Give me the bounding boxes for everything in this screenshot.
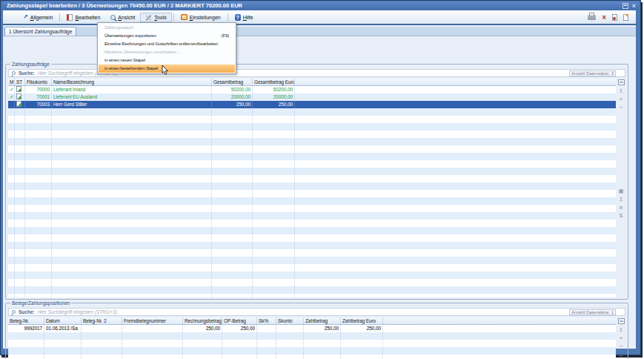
menubar-item-ansicht[interactable]: Ansicht [105, 13, 140, 22]
table-cell [212, 197, 253, 205]
plus-icon[interactable]: + [617, 96, 625, 103]
doc-new-icon[interactable] [623, 14, 628, 21]
minus-icon[interactable]: − [617, 343, 625, 350]
table-cell [8, 168, 15, 175]
column-header-beleg-nr-2[interactable]: Beleg-Nr. 2 [82, 317, 122, 324]
column-header-name-bezeichnung[interactable]: Name/Bezeichnung [52, 79, 212, 85]
scroll-top-icon[interactable]: ↥ [617, 327, 625, 334]
close-icon[interactable] [632, 3, 636, 9]
table-row[interactable]: 999201701.06.2013 /Sa250,00250,00250,002… [8, 325, 616, 332]
tab-uebersicht-zahlungsauftraege[interactable]: 1 Übersicht Zahlungsaufträge [4, 27, 76, 36]
positions-group: Belege/Zahlungspositionen Suche: Hier Su… [5, 303, 628, 359]
column-header-rechnungsbetrag[interactable]: Rechnungsbetrag [183, 317, 222, 324]
table-cell [253, 294, 295, 297]
table-cell [183, 340, 222, 347]
table-cell: 9992017 [8, 325, 44, 332]
table-cell-filler [295, 271, 616, 279]
sum-icon[interactable]: Σ [617, 197, 625, 203]
restore-icon[interactable] [623, 3, 628, 9]
table-cell [52, 279, 212, 286]
list-icon[interactable]: ≡ [617, 205, 625, 211]
table-cell [15, 220, 25, 227]
table-cell [82, 347, 122, 355]
table-cell-filler [295, 212, 616, 220]
table-empty-row [8, 175, 616, 182]
table-cell [212, 257, 253, 264]
column-header-beleg-nr[interactable]: Beleg-Nr. [8, 317, 44, 324]
table-cell [15, 145, 25, 153]
table-cell [8, 347, 44, 355]
menubar-item-hilfe[interactable]: Hilfe [230, 13, 259, 22]
table-cell [253, 249, 295, 257]
table-row[interactable]: 70003Herr Gerd Stiller250,00250,00 [8, 101, 616, 108]
table-cell [25, 175, 52, 182]
positions-search-input[interactable]: Suche: Hier Suchbegriff eingeben (STRG+S… [8, 308, 625, 316]
menubar-item-allgemein[interactable]: ↗Allgemein [18, 13, 58, 22]
table-cell [52, 123, 212, 131]
table-cell [25, 271, 52, 279]
table-cell [82, 355, 122, 359]
table-cell [257, 347, 276, 355]
column-header-zahlbetrag-euro[interactable]: Zahlbetrag Euro [341, 317, 383, 324]
column-chooser-icon[interactable] [618, 318, 625, 324]
printer-icon[interactable] [588, 15, 596, 20]
payments-table: MSTFibukontoName/BezeichnungGesamtbetrag… [8, 79, 616, 297]
column-header-gesamtbetrag-euro[interactable]: Gesamtbetrag Euro [253, 79, 295, 85]
window-title: Zahlungsstapel bearbeiten / 3 Überweisun… [7, 1, 242, 10]
sort-icon[interactable]: ⇅ [617, 213, 625, 220]
column-header-sk[interactable]: Sk% [257, 317, 276, 324]
table-cell [212, 227, 253, 234]
menubar-item-label: Hilfe [243, 15, 253, 20]
column-header-datum[interactable]: Datum [44, 317, 82, 324]
tools-context-menu: ZahlungsstapelÜberweisungen exportieren(… [97, 22, 236, 74]
table-cell [257, 325, 276, 332]
table-row[interactable]: ✓70000Lieferant Inland50200,0050200,00 [8, 86, 616, 93]
content-panel: Zahlungsaufträge Suche: Hier Suchbegriff… [3, 36, 636, 349]
table-row[interactable]: ✓70001Lieferant EU Ausland20000,0020000,… [8, 93, 616, 101]
table-cell-filler [295, 175, 616, 182]
table-cell-filler [295, 145, 616, 153]
table-cell [15, 279, 25, 286]
menubar-item-einstellungen[interactable]: Einstellungen [176, 13, 226, 22]
context-menu-item-berweisungen-exportieren[interactable]: Überweisungen exportieren(F9) [99, 32, 235, 40]
table-cell [8, 332, 44, 340]
tools-wrench-icon [145, 14, 152, 21]
column-chooser-icon[interactable] [618, 79, 625, 85]
column-header-fremdbelegnummer[interactable]: Fremdbelegnummer [122, 317, 183, 324]
table-empty-row [8, 340, 616, 347]
table-empty-row [8, 123, 616, 131]
table-cell [253, 190, 295, 197]
table-header: MSTFibukontoName/BezeichnungGesamtbetrag… [8, 79, 616, 86]
table-cell [52, 190, 212, 197]
doc-check-icon[interactable] [612, 14, 617, 21]
column-header-gesamtbetrag[interactable]: Gesamtbetrag [212, 79, 253, 85]
table-empty-row [8, 116, 616, 123]
column-header-op-betrag[interactable]: OP-Betrag [222, 317, 257, 324]
table-cell [257, 355, 276, 359]
table-empty-row [8, 279, 616, 286]
side-icon-cluster: −+≡ [617, 353, 626, 359]
table-cell [52, 138, 212, 145]
context-menu-item-label: in einen bestehenden Stapel [104, 65, 158, 73]
delete-x-icon[interactable]: × [602, 14, 606, 21]
table-cell [222, 332, 257, 340]
column-header-zahlbetrag[interactable]: Zahlbetrag [304, 317, 341, 324]
plus-icon[interactable]: + [617, 335, 625, 342]
scroll-top-icon[interactable]: ↥ [617, 88, 625, 95]
column-header-st[interactable]: ST [15, 79, 25, 85]
column-header-fibukonto[interactable]: Fibukonto [25, 79, 52, 85]
menubar-item-bearbeiten[interactable]: Bearbeiten [62, 13, 105, 22]
menubar-item-tools[interactable]: Tools [140, 13, 171, 22]
table-cell [15, 168, 25, 175]
table-cell [44, 332, 82, 340]
minus-icon[interactable]: − [617, 353, 625, 359]
context-menu-item-einzelne-rechnungen-und-gutschriften-entfernen-bearbeiten[interactable]: Einzelne Rechnungen und Gutschriften ent… [99, 40, 235, 48]
minus-icon[interactable]: − [617, 105, 625, 111]
column-header-skonto[interactable]: Skonto [276, 317, 304, 324]
table-cell [253, 153, 295, 160]
context-menu-item-label: Zahlungsstapel [104, 24, 133, 32]
column-header-m[interactable]: M [8, 79, 15, 85]
context-menu-item-in-einen-neuen-stapel[interactable]: in einen neuen Stapel [99, 56, 235, 65]
table-cell [52, 145, 212, 153]
grid-icon[interactable]: ▦ [617, 188, 625, 195]
